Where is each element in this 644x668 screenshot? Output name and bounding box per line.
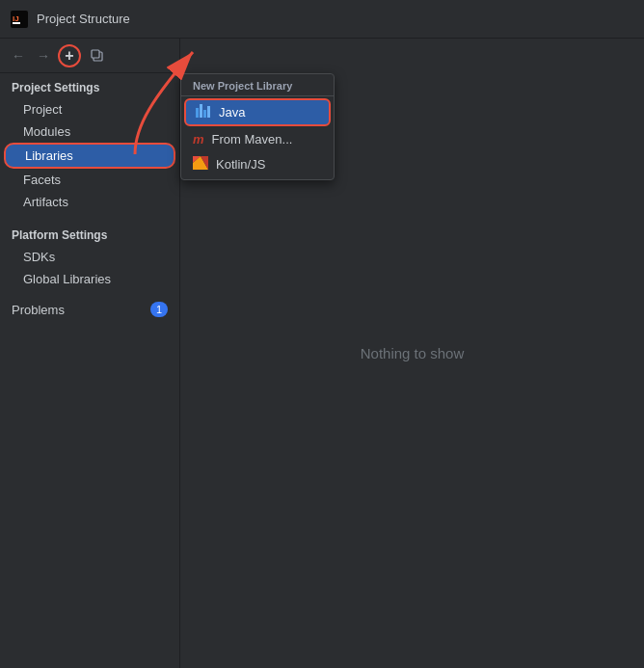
bar-chart-icon [196, 104, 211, 120]
svg-rect-7 [203, 110, 206, 118]
sidebar-item-sdks[interactable]: SDKs [0, 246, 179, 268]
dropdown-item-kotlin[interactable]: Kotlin/JS [181, 151, 334, 177]
maven-icon: m [193, 132, 204, 147]
kotlin-icon [193, 156, 208, 173]
sidebar-toolbar: ← → + [0, 39, 179, 73]
svg-rect-8 [207, 106, 210, 118]
problems-label: Problems [12, 303, 65, 317]
sidebar-item-global-libraries[interactable]: Global Libraries [0, 268, 179, 290]
sidebar-item-project[interactable]: Project [0, 98, 179, 120]
svg-rect-5 [196, 108, 199, 118]
dropdown-menu: New Project Library Java m From Maven... [180, 73, 335, 180]
main-content: Nothing to show New Project Library Java [180, 39, 644, 668]
problems-section[interactable]: Problems 1 [0, 298, 179, 321]
title-bar: IJ Project Structure [0, 0, 644, 39]
title-bar-text: Project Structure [37, 12, 130, 26]
svg-rect-6 [200, 104, 202, 118]
platform-settings-title: Platform Settings [0, 221, 179, 246]
problems-badge: 1 [150, 302, 168, 317]
sidebar-item-artifacts[interactable]: Artifacts [0, 191, 179, 213]
add-library-button[interactable]: + [58, 44, 81, 67]
project-settings-title: Project Settings [0, 73, 179, 98]
dropdown-item-maven[interactable]: m From Maven... [181, 127, 334, 151]
empty-state-text: Nothing to show [361, 345, 465, 361]
copy-button[interactable] [87, 45, 108, 67]
svg-text:IJ: IJ [13, 14, 19, 23]
sidebar-item-libraries[interactable]: Libraries [4, 143, 175, 169]
forward-button[interactable]: → [33, 45, 54, 67]
sidebar: ← → + Project Settings Project Modules [0, 39, 180, 668]
app-icon: IJ [10, 10, 29, 29]
dropdown-item-java[interactable]: Java [184, 98, 331, 126]
main-layout: ← → + Project Settings Project Modules [0, 39, 644, 668]
sidebar-item-modules[interactable]: Modules [0, 120, 179, 143]
sidebar-item-facets[interactable]: Facets [0, 169, 179, 191]
dropdown-header: New Project Library [181, 76, 334, 96]
svg-rect-4 [92, 50, 99, 58]
back-button[interactable]: ← [8, 45, 29, 67]
